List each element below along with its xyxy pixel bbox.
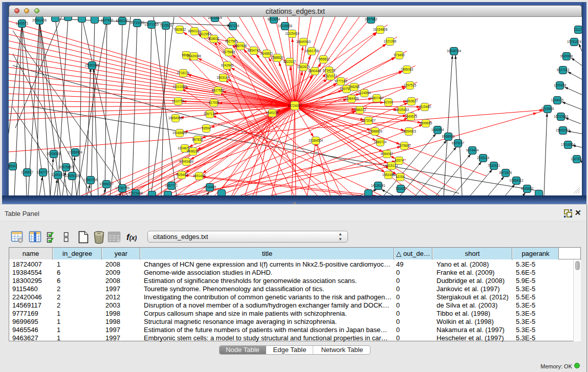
svg-text:1640954: 1640954: [431, 128, 444, 132]
svg-text:35061: 35061: [9, 164, 17, 168]
svg-text:9777169: 9777169: [335, 79, 347, 83]
svg-text:6379197: 6379197: [452, 141, 465, 145]
svg-text:10782759: 10782759: [115, 186, 130, 190]
svg-text:6734078: 6734078: [323, 69, 336, 72]
svg-text:10688609: 10688609: [368, 129, 383, 133]
svg-text:1362615: 1362615: [297, 65, 310, 69]
svg-text:2087682: 2087682: [365, 17, 378, 21]
svg-text:9463627: 9463627: [405, 99, 418, 103]
svg-text:14136141: 14136141: [371, 184, 386, 187]
svg-text:7386372: 7386372: [354, 108, 366, 112]
svg-text:20691406: 20691406: [32, 18, 47, 22]
svg-text:3124554: 3124554: [358, 91, 371, 95]
svg-text:53594: 53594: [202, 126, 211, 130]
svg-text:7857224: 7857224: [227, 24, 239, 28]
svg-text:18724007: 18724007: [288, 104, 302, 107]
svg-text:8912954: 8912954: [199, 32, 211, 36]
svg-text:9716485: 9716485: [204, 185, 216, 189]
svg-text:1880724: 1880724: [374, 140, 387, 144]
svg-text:42254: 42254: [396, 175, 405, 179]
svg-text:19166825: 19166825: [172, 131, 187, 135]
svg-text:17359924: 17359924: [68, 150, 83, 154]
svg-text:20206526: 20206526: [47, 152, 61, 156]
svg-text:8938928: 8938928: [442, 135, 455, 138]
svg-text:9474444: 9474444: [466, 148, 479, 152]
svg-text:9227343: 9227343: [557, 68, 570, 72]
svg-text:17957255: 17957255: [83, 178, 98, 182]
svg-text:15751074: 15751074: [567, 40, 582, 43]
svg-text:11923448: 11923448: [128, 191, 143, 195]
svg-text:2803144: 2803144: [217, 76, 230, 79]
svg-text:10807487: 10807487: [369, 96, 384, 100]
svg-text:10719155: 10719155: [130, 21, 145, 25]
svg-text:62160: 62160: [384, 100, 393, 104]
svg-text:15692971: 15692971: [556, 128, 571, 132]
svg-text:10671355: 10671355: [144, 23, 159, 26]
svg-text:3267130: 3267130: [204, 112, 216, 116]
svg-text:12505135: 12505135: [65, 174, 80, 178]
svg-text:19384554: 19384554: [309, 139, 323, 142]
svg-text:887833: 887833: [192, 138, 203, 141]
svg-text:7663822: 7663822: [173, 28, 186, 31]
svg-text:7955812: 7955812: [317, 57, 330, 61]
svg-text:2867608: 2867608: [234, 44, 247, 48]
svg-text:17016504: 17016504: [561, 143, 576, 146]
svg-text:9529966: 9529966: [560, 54, 573, 58]
svg-text:1342737: 1342737: [37, 170, 50, 174]
svg-text:19654923: 19654923: [402, 129, 417, 133]
svg-text:16961758: 16961758: [304, 49, 319, 53]
svg-text:2588520: 2588520: [271, 56, 284, 59]
svg-text:1156817: 1156817: [21, 170, 34, 174]
svg-text:16648784: 16648784: [447, 49, 462, 53]
svg-text:9115460: 9115460: [419, 105, 431, 108]
svg-text:973493: 973493: [394, 53, 405, 57]
svg-text:1221398: 1221398: [384, 39, 397, 43]
svg-text:19218506: 19218506: [278, 24, 293, 28]
svg-text:1952485: 1952485: [382, 173, 395, 177]
svg-text:1405571: 1405571: [16, 21, 29, 25]
svg-text:9457771: 9457771: [165, 184, 178, 187]
svg-text:4498222: 4498222: [187, 149, 200, 153]
svg-text:16033809: 16033809: [208, 17, 223, 19]
svg-text:1549575: 1549575: [405, 115, 418, 118]
svg-text:11123: 11123: [574, 28, 582, 31]
svg-text:2718176: 2718176: [177, 71, 190, 75]
svg-text:7625402: 7625402: [176, 173, 188, 177]
svg-text:9084067: 9084067: [381, 152, 394, 156]
svg-text:1297515: 1297515: [404, 83, 417, 87]
svg-text:9146821: 9146821: [260, 52, 273, 55]
svg-text:746266: 746266: [349, 85, 360, 89]
svg-text:7485063: 7485063: [401, 68, 413, 71]
svg-text:1691443: 1691443: [193, 174, 206, 178]
svg-text:7515526: 7515526: [160, 24, 172, 27]
svg-text:11325419: 11325419: [285, 32, 299, 35]
svg-text:1167534: 1167534: [571, 157, 582, 161]
svg-text:8322037: 8322037: [284, 60, 296, 63]
svg-text:1527602: 1527602: [101, 18, 114, 22]
svg-text:417006: 417006: [208, 101, 220, 104]
svg-text:8454749: 8454749: [248, 49, 260, 52]
svg-text:1975692: 1975692: [398, 144, 411, 147]
svg-text:9242845: 9242845: [221, 63, 234, 67]
svg-text:9245652: 9245652: [521, 187, 534, 190]
svg-text:7632621: 7632621: [488, 164, 500, 167]
svg-text:9527505: 9527505: [225, 39, 238, 43]
svg-text:1209358: 1209358: [554, 83, 567, 87]
svg-text:1244415: 1244415: [551, 98, 564, 102]
svg-text:1621072: 1621072: [324, 74, 337, 78]
svg-text:25053346: 25053346: [85, 63, 100, 67]
svg-text:8215955: 8215955: [541, 107, 554, 111]
svg-text:8471676: 8471676: [499, 171, 512, 174]
svg-text:1610755: 1610755: [172, 99, 185, 103]
svg-text:30975857: 30975857: [59, 165, 74, 169]
svg-text:733426: 733426: [395, 187, 406, 190]
svg-text:22420046: 22420046: [187, 54, 202, 58]
svg-text:10025433: 10025433: [395, 108, 409, 112]
svg-text:818632: 818632: [208, 37, 220, 40]
svg-text:2935114: 2935114: [477, 156, 490, 160]
svg-text:16154808: 16154808: [373, 28, 388, 31]
svg-text:8813054: 8813054: [268, 17, 280, 21]
svg-text:1590275: 1590275: [266, 111, 279, 115]
svg-text:10958137: 10958137: [99, 182, 114, 186]
svg-text:10654112: 10654112: [509, 179, 524, 182]
